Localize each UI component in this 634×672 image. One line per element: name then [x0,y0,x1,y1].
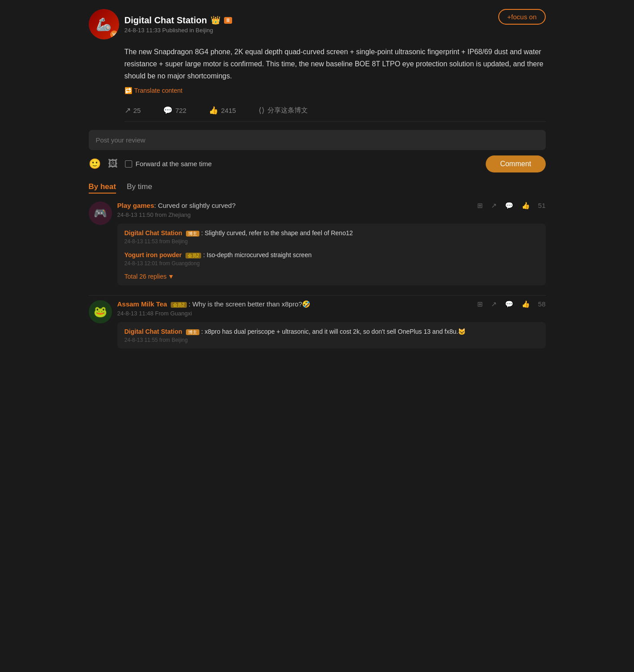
like-count: 2415 [221,107,236,114]
comment-author-text: Assam Milk Tea 会员2 : Why is the screen b… [117,300,311,308]
verified-badge: V [110,30,118,39]
translate-icon: 🔁 [125,87,132,94]
post-meta: 24-8-13 11:33 Published in Beijing [125,27,232,34]
nested-author-name: Digital Chat Station [125,328,182,335]
comment-like-count: 58 [538,300,546,308]
repost-action[interactable]: ↗ 25 [125,106,141,115]
comment-inline-text: : Why is the screen better than x8pro?🤣 [189,300,311,308]
post-content: The new Snapdragon 8G4 phone, 2K equal d… [125,46,546,94]
nested-reply: Digital Chat Station 博主 : x8pro has dual… [125,327,539,343]
forward-label: Forward at the same time [136,160,212,168]
comment-author-name: Assam Milk Tea [117,300,167,308]
vip-badge: 会员2 [185,253,202,258]
commenter-avatar-image: 🐸 [89,300,112,323]
comment-row-top: Assam Milk Tea 会员2 : Why is the screen b… [117,300,546,308]
total-replies-link[interactable]: Total 26 replies ▼ [125,273,539,280]
comment-like-count: 51 [538,202,546,209]
comment-submit-button[interactable]: Comment [486,155,545,172]
owner-badge: 博主 [186,231,199,237]
forward-checkbox[interactable] [125,160,132,168]
emoji-icon[interactable]: 🙂 [89,158,101,170]
post-header: 🦾 V Digital Chat Station 👑 Ⅲ 24-8-13 11:… [89,9,546,39]
level-badge: Ⅲ [224,17,232,24]
comment-share-icon[interactable]: ↗ [491,202,497,210]
nested-reply-meta: 24-8-13 11:55 from Beijing [125,337,539,343]
commenter-avatar: 🎮 [89,202,112,225]
comment-like-icon[interactable]: 👍 [522,300,530,308]
comment-share-icon[interactable]: ↗ [491,300,497,308]
translate-link[interactable]: 🔁 Translate content [125,87,546,94]
comments-list: 🎮 Play games: Curved or slightly curved?… [89,202,546,349]
comment-row-top: Play games: Curved or slightly curved? ⊞… [117,202,546,210]
sort-tabs: By heat By time [89,182,546,194]
comment-inline-text: : Curved or slightly curved? [154,202,236,209]
divider [89,295,546,296]
comment-author-text: Play games: Curved or slightly curved? [117,202,236,209]
nested-reply-text: : Slightly curved, refer to the shape an… [201,229,353,237]
comment-reply-icon[interactable]: 💬 [505,300,513,308]
nested-author-name: Digital Chat Station [125,229,182,237]
post-actions: ↗ 25 💬 722 👍 2415 ⟨⟩ 分享这条博文 [125,99,546,122]
chevron-down-icon: ▼ [168,273,174,280]
comment-meta: 24-8-13 11:48 From Guangxi [117,310,546,317]
author-row: 🦾 V Digital Chat Station 👑 Ⅲ 24-8-13 11:… [89,9,232,39]
forward-row: Forward at the same time [125,160,212,168]
comment-input[interactable] [89,130,546,150]
comment-meta: 24-8-13 11:50 from Zhejiang [117,211,546,218]
tab-by-heat[interactable]: By heat [89,182,116,194]
share-icon: ⟨⟩ [259,106,265,115]
like-action[interactable]: 👍 2415 [209,106,236,115]
nested-reply-author-row: Digital Chat Station 博主 : x8pro has dual… [125,327,539,336]
nested-author-name: Yogurt iron powder [125,251,182,258]
author-info: Digital Chat Station 👑 Ⅲ 24-8-13 11:33 P… [125,15,232,34]
share-action[interactable]: ⟨⟩ 分享这条博文 [259,106,308,115]
owner-badge: 博主 [186,329,199,335]
nested-reply-author-row: Digital Chat Station 博主 : Slightly curve… [125,229,539,237]
repost-count: 25 [134,107,141,114]
comment-item: 🎮 Play games: Curved or slightly curved?… [89,202,546,285]
comment-reply-icon[interactable]: 💬 [505,202,513,210]
nested-reply-meta: 24-8-13 12:01 from Guangdong [125,260,539,267]
translate-label: Translate content [134,87,183,94]
vip-badge: 会员2 [171,302,187,308]
author-name-row: Digital Chat Station 👑 Ⅲ [125,15,232,26]
nested-replies: Digital Chat Station 博主 : Slightly curve… [117,224,546,285]
comment-toolbar: 🙂 🖼 Forward at the same time Comment [89,155,546,172]
nested-reply-text: : x8pro has dual periscope + ultrasonic,… [201,328,466,335]
focus-button[interactable]: +focus on [498,9,545,25]
image-icon[interactable]: 🖼 [108,158,118,170]
nested-reply-author-row: Yogurt iron powder 会员2 : Iso-depth micro… [125,251,539,259]
nested-reply-meta: 24-8-13 11:53 from Beijing [125,238,539,245]
comment-repost-icon[interactable]: ⊞ [477,300,483,308]
commenter-avatar: 🐸 [89,300,112,323]
comment-count: 722 [175,107,186,114]
nested-reply: Yogurt iron powder 会员2 : Iso-depth micro… [125,251,539,267]
share-label: 分享这条博文 [267,106,308,115]
like-icon: 👍 [209,106,218,115]
repost-icon: ↗ [125,106,131,115]
author-avatar: 🦾 V [89,9,119,39]
nested-replies: Digital Chat Station 博主 : x8pro has dual… [117,322,546,349]
comment-icon: 💬 [163,106,173,115]
comment-input-section: 🙂 🖼 Forward at the same time Comment [89,130,546,172]
comment-action[interactable]: 💬 722 [163,106,186,115]
comment-actions: ⊞ ↗ 💬 👍 58 [477,300,546,308]
comment-actions: ⊞ ↗ 💬 👍 51 [477,202,546,210]
nested-reply-text: : Iso-depth microcurved straight screen [203,251,311,258]
commenter-avatar-image: 🎮 [89,202,112,225]
tab-by-time[interactable]: By time [127,182,152,194]
crown-icon: 👑 [211,15,220,25]
total-replies-text: Total 26 replies [125,273,167,280]
author-name: Digital Chat Station [125,15,207,26]
comment-like-icon[interactable]: 👍 [522,202,530,210]
comment-author-name: Play games [117,202,155,209]
comment-body: Assam Milk Tea 会员2 : Why is the screen b… [117,300,546,349]
post-text: The new Snapdragon 8G4 phone, 2K equal d… [125,46,546,82]
comment-body: Play games: Curved or slightly curved? ⊞… [117,202,546,285]
comment-item: 🐸 Assam Milk Tea 会员2 : Why is the screen… [89,300,546,349]
comment-repost-icon[interactable]: ⊞ [477,202,483,210]
nested-reply: Digital Chat Station 博主 : Slightly curve… [125,229,539,245]
